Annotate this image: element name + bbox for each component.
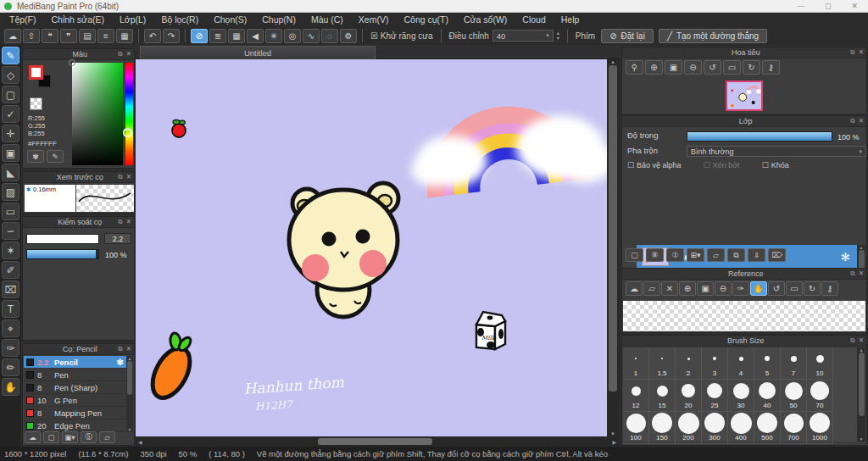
maximize-button[interactable]: ◻	[825, 0, 831, 13]
fit-window-icon[interactable]: ▣	[665, 60, 682, 75]
hand-tool[interactable]: ✋	[2, 378, 19, 396]
brush-row[interactable]: 8 Pen	[24, 369, 126, 381]
add-1bit-layer-icon[interactable]: ①	[666, 248, 684, 262]
text-tool[interactable]: T	[2, 300, 19, 318]
brush-size-slider[interactable]	[26, 234, 99, 244]
brush-row[interactable]: 2.2 Pencil ✻	[24, 356, 126, 369]
script-brush-icon[interactable]: Ⓢ	[81, 431, 97, 443]
menu-item[interactable]: Chỉnh sửa(E)	[44, 14, 112, 25]
lock-icon[interactable]: ⚷	[821, 281, 838, 296]
open-folder-icon[interactable]: ▱	[643, 281, 660, 296]
chat-icon[interactable]: ❞	[60, 29, 77, 43]
snap-parallel-icon[interactable]: ◀	[247, 29, 264, 43]
close-icon[interactable]: ✕	[859, 269, 864, 278]
saturation-value-picker[interactable]	[72, 63, 123, 165]
brush-size-value[interactable]: 2.2	[104, 233, 131, 244]
gear-icon[interactable]: ✻	[841, 251, 857, 264]
add-8bit-layer-icon[interactable]: ⑧	[646, 248, 664, 262]
pen-tool[interactable]: ✑	[2, 339, 19, 357]
close-icon[interactable]: ✕	[859, 48, 864, 57]
scroll-down-icon[interactable]: ▼	[860, 436, 864, 442]
no-correction-icon[interactable]: ⊘	[191, 29, 208, 43]
canvas-tab[interactable]: Untitled	[140, 46, 376, 59]
eyedropper-tool[interactable]: ✏	[2, 358, 19, 376]
close-icon[interactable]: ✕	[126, 173, 131, 181]
zoom-out-icon[interactable]: ⊖	[684, 60, 702, 75]
menu-item[interactable]: Tệp(F)	[2, 14, 44, 25]
merge-layer-icon[interactable]: ⇓	[748, 248, 765, 262]
scroll-up-icon[interactable]: ▲	[610, 59, 615, 64]
menu-item[interactable]: Help	[554, 14, 587, 25]
eraser-tool[interactable]: ◇	[2, 66, 19, 84]
bucket-tool[interactable]: ◣	[2, 164, 19, 181]
cloud-brush-icon[interactable]: ☁	[25, 431, 41, 443]
gear-icon[interactable]: ✻	[117, 358, 126, 367]
brush-size-cell[interactable]: 1.5	[649, 347, 676, 380]
add-brush-menu-icon[interactable]: ▣▾	[62, 431, 78, 443]
popout-icon[interactable]: ⧉	[118, 50, 122, 58]
snap-concentric-icon[interactable]: ◎	[284, 29, 301, 43]
dot-tool[interactable]: ✓	[2, 105, 19, 123]
brush-size-cell[interactable]: 50	[781, 380, 807, 412]
brush-size-cell[interactable]: 40	[754, 380, 781, 412]
brush-size-cell[interactable]: 100	[623, 412, 649, 444]
popout-icon[interactable]: ⧉	[850, 269, 854, 278]
rotate-right-icon[interactable]: ↻	[743, 60, 760, 75]
publish-icon[interactable]: ⇧	[23, 29, 40, 43]
snap-settings-icon[interactable]: ⚙	[340, 29, 357, 43]
antialias-checkbox[interactable]: ☒ Khử răng cưa	[370, 31, 433, 41]
figure-tool[interactable]: ▢	[2, 86, 19, 103]
grid-icon[interactable]: ▦	[116, 29, 133, 43]
popout-icon[interactable]: ⧉	[850, 117, 854, 125]
brush-size-cell[interactable]: 10	[807, 347, 833, 380]
popout-icon[interactable]: ⧉	[118, 173, 122, 181]
layer-opacity-slider[interactable]	[687, 131, 832, 142]
popout-icon[interactable]: ⧉	[850, 48, 854, 57]
close-icon[interactable]: ✕	[859, 336, 864, 345]
canvas[interactable]: Milk Hanhun thom H12H7	[136, 59, 607, 436]
menu-item[interactable]: Cửa sổ(W)	[456, 14, 515, 25]
hue-slider[interactable]	[125, 63, 133, 165]
popout-icon[interactable]: ⧉	[118, 218, 122, 226]
delete-layer-icon[interactable]: ⌦	[768, 248, 786, 262]
canvas-horizontal-scrollbar[interactable]: ◀ ▶	[136, 436, 619, 447]
correction-lines-icon[interactable]: ≣	[209, 29, 226, 43]
rotate-right-icon[interactable]: ↻	[804, 281, 821, 296]
comment-icon[interactable]: ❝	[42, 29, 58, 43]
adjust-spinner[interactable]: ▴ ▾	[557, 31, 559, 41]
add-layer-menu-icon[interactable]: ⊞▾	[687, 248, 704, 262]
move-tool[interactable]: ✛	[2, 125, 19, 142]
snap-curve-icon[interactable]: ∿	[303, 29, 320, 43]
brush-size-cell[interactable]: 500	[754, 412, 781, 444]
select-eraser-tool[interactable]: ⌧	[2, 280, 19, 298]
duplicate-layer-icon[interactable]: ⧉	[727, 248, 745, 262]
brush-size-cell[interactable]: 4	[728, 347, 754, 380]
brush-size-cell[interactable]: 70	[807, 380, 833, 412]
close-button[interactable]: ✕	[851, 0, 858, 13]
canvas-vertical-scrollbar[interactable]: ▲ ▼	[607, 59, 619, 436]
transparent-color-swatch[interactable]	[30, 97, 42, 110]
cloud-import-icon[interactable]: ☁	[626, 281, 643, 296]
brush-size-cell[interactable]: 5	[754, 347, 781, 380]
hand-icon[interactable]: ✋	[750, 281, 767, 296]
redo-icon[interactable]: ↷	[163, 29, 180, 43]
scroll-down-icon[interactable]: ▼	[128, 427, 132, 432]
reset-button[interactable]: ⊘ Đặt lại	[601, 29, 654, 43]
popout-icon[interactable]: ⧉	[850, 336, 854, 345]
form-icon[interactable]: ≡	[97, 29, 114, 43]
brush-size-cell[interactable]: 7	[781, 347, 807, 380]
brush-size-cell[interactable]: 30	[728, 380, 754, 412]
correction-grid-icon[interactable]: ▦	[228, 29, 245, 43]
menu-item[interactable]: Màu (C)	[303, 14, 351, 25]
layer-folder-icon[interactable]: ▱	[707, 248, 725, 262]
select-tool[interactable]: ▭	[2, 203, 19, 220]
rotate-left-icon[interactable]: ↺	[704, 60, 721, 75]
brush-size-cell[interactable]: 20	[676, 380, 702, 412]
rotate-left-icon[interactable]: ↺	[768, 281, 785, 296]
brush-tool[interactable]: ✎	[2, 47, 19, 64]
brush-size-cell[interactable]: 2	[676, 347, 702, 380]
close-icon[interactable]: ✕	[126, 345, 131, 353]
snap-cross-icon[interactable]: ✳	[265, 29, 282, 43]
brush-size-cell[interactable]: 1000	[807, 412, 833, 444]
palette-icon[interactable]: ✾	[27, 150, 44, 163]
